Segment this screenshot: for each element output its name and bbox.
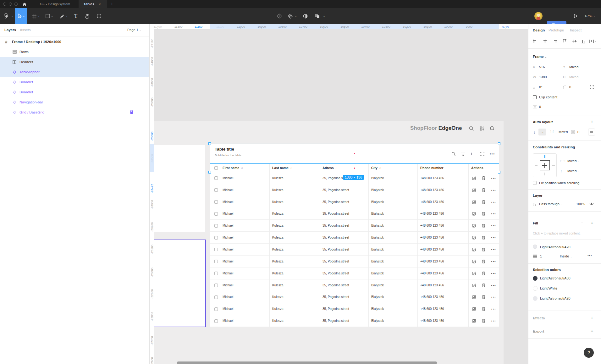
row-checkbox[interactable] xyxy=(214,200,218,204)
pen-tool-button[interactable]: ⌄ xyxy=(58,8,69,24)
w-value[interactable]: 1380 xyxy=(539,75,547,79)
edit-icon[interactable] xyxy=(472,223,476,228)
alignment-box-icon[interactable] xyxy=(588,129,595,135)
opacity-value[interactable]: 100% xyxy=(576,202,585,206)
edit-icon[interactable] xyxy=(472,283,476,287)
component-icon[interactable] xyxy=(287,8,294,24)
fill-add-icon[interactable]: + xyxy=(591,220,593,225)
delete-icon[interactable] xyxy=(482,271,485,275)
frame-type-dropdown[interactable]: Frame ⌄ xyxy=(533,55,547,58)
row-checkbox[interactable] xyxy=(214,188,218,192)
horizontal-constraint-value[interactable]: Mixed ⌄ xyxy=(567,159,580,163)
column-header-city[interactable]: City↓↑ xyxy=(371,166,381,170)
column-header-last-name[interactable]: Last name↓↑ xyxy=(272,166,292,170)
row-more-icon[interactable]: ●●● xyxy=(491,189,496,191)
selection-handle-top-left[interactable] xyxy=(208,142,211,145)
table-row[interactable]: MichaelKulesza35, Pogodna streetBialysto… xyxy=(210,244,499,256)
stroke-options-icon[interactable]: ••• xyxy=(587,254,592,257)
shape-tool-button[interactable]: ⌄ xyxy=(44,8,55,24)
nav-bell-icon[interactable] xyxy=(489,126,494,131)
selection-color-name[interactable]: Light/Astronaut/A80 xyxy=(540,276,571,280)
avatar[interactable] xyxy=(534,12,543,20)
canvas-viewport[interactable]: ShopFloor EdgeOne Table title Subtitle f… xyxy=(150,24,528,364)
y-value[interactable]: Mixed xyxy=(569,65,578,69)
table-row[interactable]: MichaelKulesza35, Pogodna streetBialysto… xyxy=(210,256,499,267)
delete-icon[interactable] xyxy=(482,212,485,216)
delete-icon[interactable] xyxy=(482,235,485,240)
text-tool-button[interactable]: T xyxy=(72,8,80,24)
select-all-checkbox[interactable] xyxy=(214,166,218,170)
delete-icon[interactable] xyxy=(482,283,485,287)
edit-icon[interactable] xyxy=(472,247,476,251)
table-row[interactable]: MichaelKulesza35, Pogodna streetBialysto… xyxy=(210,208,499,220)
color-swatch[interactable] xyxy=(533,286,538,291)
edit-icon[interactable] xyxy=(472,188,476,192)
delete-icon[interactable] xyxy=(482,188,485,192)
delete-icon[interactable] xyxy=(482,223,485,228)
design-table[interactable]: Table title Subtitle for the table + ●●●… xyxy=(210,144,499,327)
row-checkbox[interactable] xyxy=(214,295,218,299)
delete-icon[interactable] xyxy=(482,259,485,263)
x-value[interactable]: 516 xyxy=(539,65,545,69)
export-add-icon[interactable]: + xyxy=(591,328,593,334)
layer-row-boardlet[interactable]: Boardlet xyxy=(0,77,150,87)
rotation-value[interactable]: 0° xyxy=(539,85,543,89)
fix-position-checkbox[interactable] xyxy=(533,181,537,185)
edit-icon[interactable] xyxy=(472,212,476,216)
layer-row-navigation-bar[interactable]: Navigation-bar xyxy=(0,97,150,107)
canvas-horizontal-scrollbar[interactable] xyxy=(177,361,437,364)
zoom-level-dropdown[interactable]: 67% ⌄ xyxy=(583,8,597,24)
tab-prototype[interactable]: Prototype xyxy=(549,28,564,32)
auto-layout-add-icon[interactable]: + xyxy=(591,119,593,124)
boolean-groups-icon[interactable] xyxy=(314,8,321,24)
boardlet-card-2[interactable] xyxy=(154,240,206,327)
align-top-icon[interactable] xyxy=(562,39,567,43)
stroke-color-name[interactable]: Light/Astronaut/A20 xyxy=(540,245,571,249)
row-checkbox[interactable] xyxy=(214,212,218,216)
edit-icon[interactable] xyxy=(472,200,476,204)
constraints-widget[interactable] xyxy=(533,153,557,177)
selection-handle-bottom-right[interactable] xyxy=(498,171,500,174)
row-more-icon[interactable]: ●●● xyxy=(491,224,496,227)
row-more-icon[interactable]: ●●● xyxy=(491,260,496,262)
boolean-chevron-icon[interactable]: ⌄ xyxy=(323,8,326,24)
comment-tool-button[interactable] xyxy=(94,8,104,24)
stroke-weight-value[interactable]: 1 xyxy=(540,254,542,258)
blend-mode-dropdown[interactable]: Pass through ⌄ xyxy=(539,202,563,206)
auto-layout-vertical-icon[interactable]: ↓ xyxy=(533,130,535,135)
stroke-align-dropdown[interactable]: Inside ⌄ xyxy=(560,254,572,258)
tab-layers[interactable]: Layers xyxy=(4,28,16,32)
table-search-icon[interactable] xyxy=(451,152,456,157)
help-button[interactable]: ? xyxy=(584,348,594,358)
table-row[interactable]: MichaelKulesza35, Pogodna streetBialysto… xyxy=(210,267,499,279)
edit-icon[interactable] xyxy=(472,295,476,299)
delete-icon[interactable] xyxy=(482,307,485,311)
table-row[interactable]: MichaelKulesza35, Pogodna streetBialysto… xyxy=(210,291,499,303)
align-v-center-icon[interactable] xyxy=(572,39,577,43)
row-more-icon[interactable]: ●●● xyxy=(491,296,496,298)
delete-icon[interactable] xyxy=(482,200,485,204)
visibility-eye-icon[interactable] xyxy=(589,202,594,205)
layer-row-rows[interactable]: Rows xyxy=(0,47,150,57)
sort-icon[interactable]: ↓↑ xyxy=(290,167,292,170)
row-checkbox[interactable] xyxy=(214,236,218,240)
stroke-color-swatch[interactable] xyxy=(533,245,537,249)
sort-icon[interactable]: ↓↑ xyxy=(335,167,338,170)
layer-row-headers[interactable]: Headers xyxy=(0,57,150,67)
color-swatch[interactable] xyxy=(533,296,538,301)
shopfloor-logo[interactable]: ShopFloor EdgeOne xyxy=(410,125,462,131)
align-left-icon[interactable] xyxy=(533,39,537,43)
tab-inspect[interactable]: Inspect xyxy=(570,28,582,32)
padding-value[interactable]: 0 xyxy=(577,130,579,134)
delete-icon[interactable] xyxy=(482,247,485,251)
page-selector[interactable]: Page 1 ⌄ xyxy=(127,28,141,32)
table-row[interactable]: MichaelKulesza35, Pogodna streetBialysto… xyxy=(210,303,499,315)
nav-settings-sliders-icon[interactable] xyxy=(479,126,484,131)
edit-icon[interactable] xyxy=(472,259,476,263)
boardlet-card-1[interactable] xyxy=(154,145,205,232)
lock-icon[interactable] xyxy=(130,110,133,114)
figma-menu-icon[interactable] xyxy=(2,8,11,24)
table-row[interactable]: MichaelKulesza35, Pogodna streetBialysto… xyxy=(210,196,499,208)
align-bottom-icon[interactable] xyxy=(581,39,586,43)
fill-styles-icon[interactable]: ∷ xyxy=(581,222,584,225)
